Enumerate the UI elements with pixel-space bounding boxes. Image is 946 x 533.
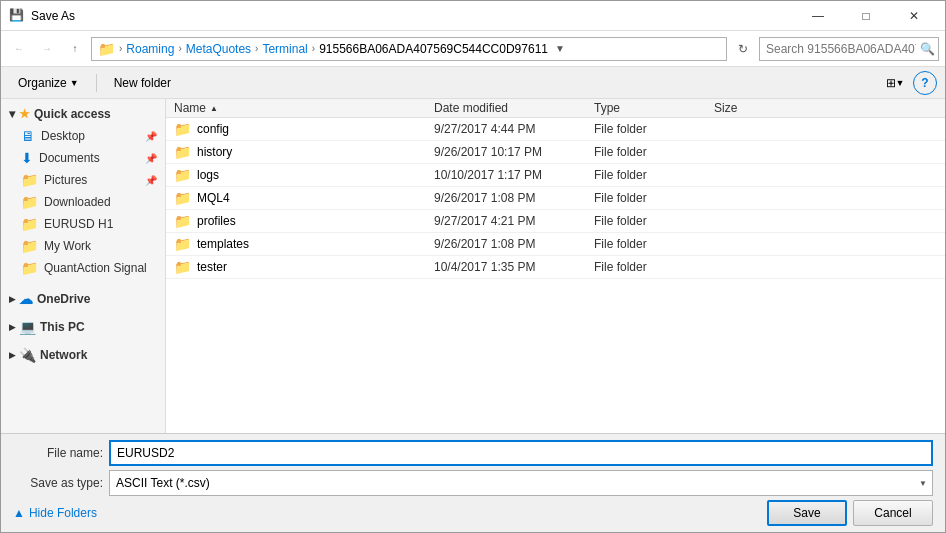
breadcrumb-roaming[interactable]: Roaming xyxy=(126,42,174,56)
table-row[interactable]: 📁 config 9/27/2017 4:44 PM File folder xyxy=(166,118,945,141)
table-row[interactable]: 📁 templates 9/26/2017 1:08 PM File folde… xyxy=(166,233,945,256)
help-button[interactable]: ? xyxy=(913,71,937,95)
onedrive-arrow: ▸ xyxy=(9,292,15,306)
folder-icon-logs: 📁 xyxy=(174,167,191,183)
documents-label: Documents xyxy=(39,151,100,165)
view-arrow: ▼ xyxy=(896,78,905,88)
documents-icon: ⬇ xyxy=(21,150,33,166)
hide-folders-button[interactable]: ▲ Hide Folders xyxy=(13,506,97,520)
minimize-button[interactable]: — xyxy=(795,2,841,30)
sidebar-item-pictures[interactable]: 📁 Pictures 📌 xyxy=(1,169,165,191)
toolbar: Organize ▼ New folder ⊞ ▼ ? xyxy=(1,67,945,99)
breadcrumb-folder-icon: 📁 xyxy=(98,41,115,57)
network-arrow: ▸ xyxy=(9,348,15,362)
thispc-icon: 💻 xyxy=(19,319,36,335)
sidebar-item-quantaction[interactable]: 📁 QuantAction Signal xyxy=(1,257,165,279)
folder-icon-config: 📁 xyxy=(174,121,191,137)
breadcrumb: 📁 › Roaming › MetaQuotes › Terminal › 91… xyxy=(91,37,727,61)
file-name-text: tester xyxy=(197,260,227,274)
file-name-text: templates xyxy=(197,237,249,251)
network-icon: 🔌 xyxy=(19,347,36,363)
breadcrumb-sep-3: › xyxy=(255,43,258,54)
sidebar-item-eurusd[interactable]: 📁 EURUSD H1 xyxy=(1,213,165,235)
close-button[interactable]: ✕ xyxy=(891,2,937,30)
table-row[interactable]: 📁 tester 10/4/2017 1:35 PM File folder xyxy=(166,256,945,279)
col-date-header[interactable]: Date modified xyxy=(434,101,594,115)
organize-arrow: ▼ xyxy=(70,78,79,88)
sidebar-thispc[interactable]: ▸ 💻 This PC xyxy=(1,315,165,339)
breadcrumb-sep-1: › xyxy=(119,43,122,54)
file-name-text: history xyxy=(197,145,232,159)
toolbar-right: ⊞ ▼ ? xyxy=(881,71,937,95)
col-size-header[interactable]: Size xyxy=(714,101,794,115)
organize-label: Organize xyxy=(18,76,67,90)
view-icon: ⊞ xyxy=(886,76,896,90)
breadcrumb-sep-4: › xyxy=(312,43,315,54)
savetype-wrapper: ASCII Text (*.csv) CSV (*.csv) Excel (*.… xyxy=(109,470,933,496)
thispc-arrow: ▸ xyxy=(9,320,15,334)
up-button[interactable]: ↑ xyxy=(63,37,87,61)
new-folder-button[interactable]: New folder xyxy=(105,71,180,95)
sidebar-item-downloaded[interactable]: 📁 Downloaded xyxy=(1,191,165,213)
filename-label: File name: xyxy=(13,446,103,460)
file-name-text: logs xyxy=(197,168,219,182)
mywork-icon: 📁 xyxy=(21,238,38,254)
quick-access-arrow: ▾ xyxy=(9,107,15,121)
search-icon: 🔍 xyxy=(920,42,935,56)
sidebar-item-mywork[interactable]: 📁 My Work xyxy=(1,235,165,257)
onedrive-label: OneDrive xyxy=(37,292,90,306)
view-button[interactable]: ⊞ ▼ xyxy=(881,71,909,95)
forward-button[interactable]: → xyxy=(35,37,59,61)
col-type-header[interactable]: Type xyxy=(594,101,714,115)
pictures-pin-icon: 📌 xyxy=(145,175,157,186)
savetype-label: Save as type: xyxy=(13,476,103,490)
network-label: Network xyxy=(40,348,87,362)
main-content: ▾ ★ Quick access 🖥 Desktop 📌 ⬇ Documents… xyxy=(1,99,945,433)
savetype-select[interactable]: ASCII Text (*.csv) CSV (*.csv) Excel (*.… xyxy=(109,470,933,496)
breadcrumb-sep-2: › xyxy=(178,43,181,54)
mywork-label: My Work xyxy=(44,239,91,253)
search-box: 🔍 xyxy=(759,37,939,61)
file-date-config: 9/27/2017 4:44 PM xyxy=(434,122,594,136)
breadcrumb-metaquotes[interactable]: MetaQuotes xyxy=(186,42,251,56)
table-row[interactable]: 📁 history 9/26/2017 10:17 PM File folder xyxy=(166,141,945,164)
folder-icon-tester: 📁 xyxy=(174,259,191,275)
save-as-dialog: 💾 Save As — □ ✕ ← → ↑ 📁 › Roaming › Meta… xyxy=(0,0,946,533)
col-name-header[interactable]: Name ▲ xyxy=(174,101,434,115)
search-input[interactable] xyxy=(766,42,916,56)
folder-icon-profiles: 📁 xyxy=(174,213,191,229)
bottom-section: File name: Save as type: ASCII Text (*.c… xyxy=(1,433,945,532)
downloaded-label: Downloaded xyxy=(44,195,111,209)
file-name-config: 📁 config xyxy=(174,121,434,137)
back-button[interactable]: ← xyxy=(7,37,31,61)
table-row[interactable]: 📁 profiles 9/27/2017 4:21 PM File folder xyxy=(166,210,945,233)
file-name-text: config xyxy=(197,122,229,136)
breadcrumb-dropdown-button[interactable]: ▼ xyxy=(552,38,568,60)
sidebar-network[interactable]: ▸ 🔌 Network xyxy=(1,343,165,367)
refresh-button[interactable]: ↻ xyxy=(731,37,755,61)
breadcrumb-terminal[interactable]: Terminal xyxy=(262,42,307,56)
file-name-text: MQL4 xyxy=(197,191,230,205)
quick-access-icon: ★ xyxy=(19,107,30,121)
hide-folders-label: Hide Folders xyxy=(29,506,97,520)
downloaded-icon: 📁 xyxy=(21,194,38,210)
organize-button[interactable]: Organize ▼ xyxy=(9,71,88,95)
folder-icon-mql4: 📁 xyxy=(174,190,191,206)
desktop-label: Desktop xyxy=(41,129,85,143)
filename-input[interactable] xyxy=(109,440,933,466)
sidebar-item-desktop[interactable]: 🖥 Desktop 📌 xyxy=(1,125,165,147)
cancel-button[interactable]: Cancel xyxy=(853,500,933,526)
desktop-icon: 🖥 xyxy=(21,128,35,144)
sidebar-item-documents[interactable]: ⬇ Documents 📌 xyxy=(1,147,165,169)
thispc-label: This PC xyxy=(40,320,85,334)
table-row[interactable]: 📁 MQL4 9/26/2017 1:08 PM File folder xyxy=(166,187,945,210)
save-button[interactable]: Save xyxy=(767,500,847,526)
maximize-button[interactable]: □ xyxy=(843,2,889,30)
sidebar-onedrive[interactable]: ▸ ☁ OneDrive xyxy=(1,287,165,311)
file-type-config: File folder xyxy=(594,122,714,136)
file-list-header: Name ▲ Date modified Type Size xyxy=(166,99,945,118)
filename-row: File name: xyxy=(13,440,933,466)
table-row[interactable]: 📁 logs 10/10/2017 1:17 PM File folder xyxy=(166,164,945,187)
folder-icon-history: 📁 xyxy=(174,144,191,160)
sidebar-quick-access-header[interactable]: ▾ ★ Quick access xyxy=(1,103,165,125)
